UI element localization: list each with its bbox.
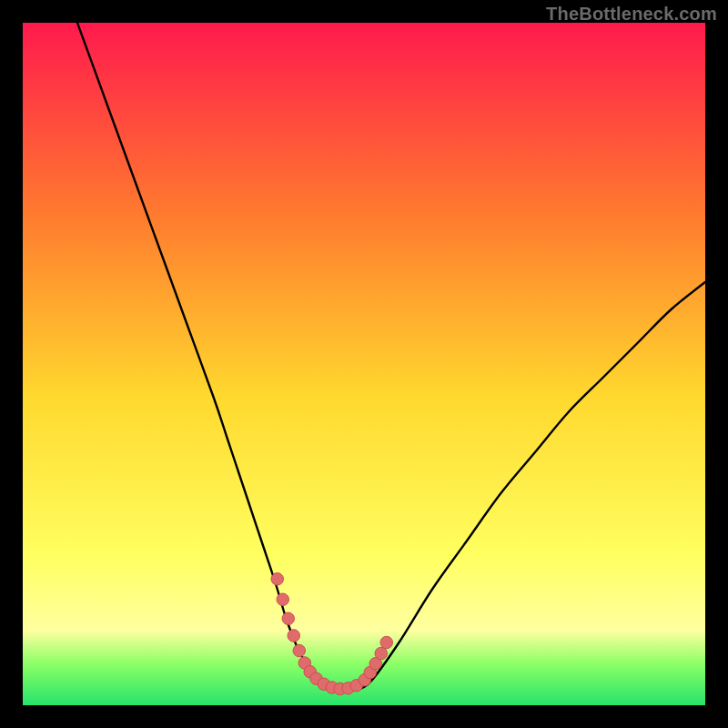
curve-dot xyxy=(277,593,289,606)
curve-dot xyxy=(380,636,393,649)
curve-dot xyxy=(271,573,284,586)
curve-dot xyxy=(288,630,300,642)
watermark-text: TheBottleneck.com xyxy=(546,4,717,25)
chart-frame: TheBottleneck.com xyxy=(0,0,728,728)
gradient-fill xyxy=(23,23,705,705)
curve-dot xyxy=(375,647,388,660)
curve-dot xyxy=(293,644,306,657)
curve-dot xyxy=(282,612,295,625)
plot-area xyxy=(23,23,705,705)
chart-svg xyxy=(23,23,705,705)
